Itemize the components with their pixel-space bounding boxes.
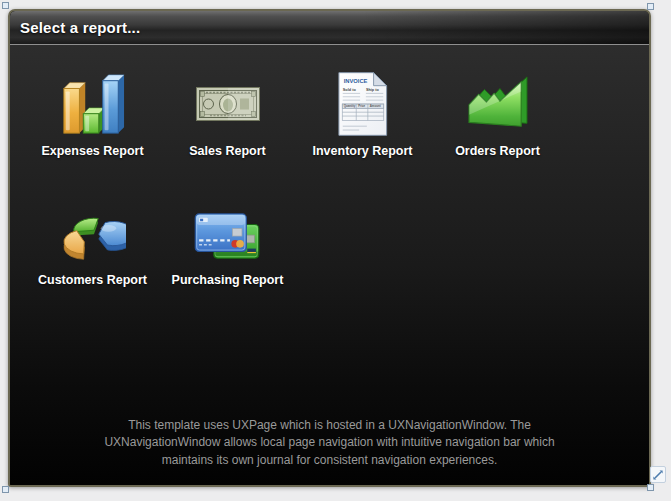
icon-box xyxy=(160,207,295,269)
report-label-purchasing: Purchasing Report xyxy=(172,273,284,287)
window-titlebar[interactable]: Select a report... xyxy=(10,11,649,45)
icon-box: INVOICE Sold to Ship to xyxy=(295,68,430,140)
template-description: This template uses UXPage which is hoste… xyxy=(94,417,566,470)
dollar-bill-icon xyxy=(196,87,260,121)
selection-handle-top-right[interactable] xyxy=(647,3,654,10)
report-item-purchasing[interactable]: Purchasing Report xyxy=(160,207,295,287)
window-title: Select a report... xyxy=(20,19,140,36)
icon-box xyxy=(25,68,160,140)
invoice-col-quantity: Quantity xyxy=(343,104,355,108)
report-item-inventory[interactable]: INVOICE Sold to Ship to xyxy=(295,68,430,158)
selection-handle-bottom-left[interactable] xyxy=(2,486,9,493)
report-label-customers: Customers Report xyxy=(38,273,147,287)
selection-handle-bottom-right[interactable] xyxy=(647,484,654,491)
invoice-col-amount: Amount xyxy=(369,104,380,108)
report-item-expenses[interactable]: Expenses Report xyxy=(25,68,160,158)
report-label-inventory: Inventory Report xyxy=(312,144,412,158)
icon-box xyxy=(430,68,565,140)
invoice-icon: INVOICE Sold to Ship to xyxy=(336,70,390,138)
resize-adorner-button[interactable] xyxy=(650,466,666,483)
pie-chart-icon xyxy=(60,210,126,266)
report-item-customers[interactable]: Customers Report xyxy=(25,207,160,287)
icon-box xyxy=(160,68,295,140)
report-row-1: Expenses Report xyxy=(10,45,649,158)
bar-chart-icon xyxy=(60,70,126,138)
invoice-shipto-text: Ship to xyxy=(365,88,379,92)
area-chart-icon xyxy=(467,75,529,133)
diagonal-resize-icon xyxy=(652,469,664,481)
report-label-expenses: Expenses Report xyxy=(41,144,143,158)
designer-canvas: { "window": { "title": "Select a report.… xyxy=(0,0,671,501)
report-label-sales: Sales Report xyxy=(189,144,265,158)
invoice-col-price: Price xyxy=(358,104,365,108)
credit-cards-icon xyxy=(193,212,263,264)
window-content: Expenses Report xyxy=(10,45,649,485)
report-label-orders: Orders Report xyxy=(455,144,540,158)
selection-handle-top-left[interactable] xyxy=(2,2,9,9)
report-selector-window: Select a report... xyxy=(8,9,651,487)
icon-box xyxy=(25,207,160,269)
invoice-soldto-text: Sold to xyxy=(342,88,356,92)
invoice-title-text: INVOICE xyxy=(343,78,367,84)
report-item-orders[interactable]: Orders Report xyxy=(430,68,565,158)
report-item-sales[interactable]: Sales Report xyxy=(160,68,295,158)
report-row-2: Customers Report xyxy=(10,158,649,287)
